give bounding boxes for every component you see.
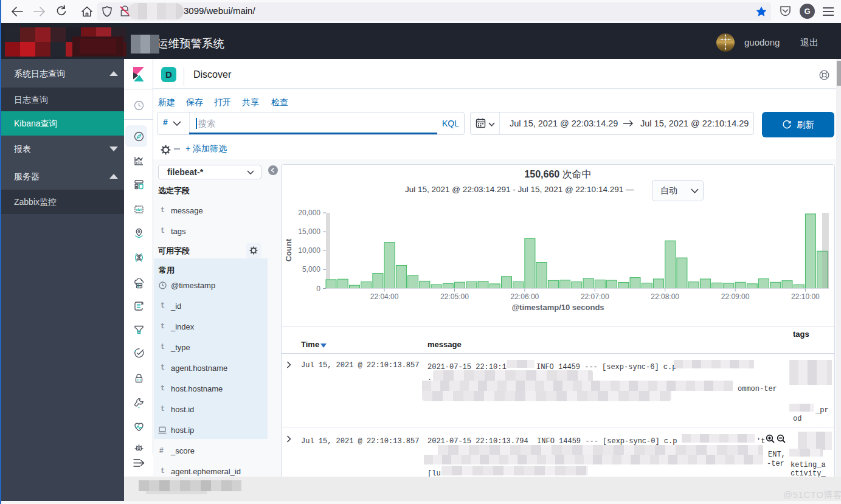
svg-text:22:05:00: 22:05:00 <box>440 292 469 301</box>
svg-text:10,000: 10,000 <box>298 246 320 255</box>
svg-text:22:08:00: 22:08:00 <box>651 292 679 301</box>
svg-text:5,000: 5,000 <box>302 265 320 274</box>
svg-text:22:09:00: 22:09:00 <box>721 292 750 301</box>
svg-text:15,000: 15,000 <box>298 227 320 236</box>
svg-text:22:10:00: 22:10:00 <box>791 292 820 301</box>
svg-text:20,000: 20,000 <box>298 209 320 217</box>
svg-text:0: 0 <box>316 285 320 293</box>
svg-text:22:06:00: 22:06:00 <box>511 292 539 301</box>
svg-text:22:04:00: 22:04:00 <box>370 292 399 301</box>
svg-text:22:07:00: 22:07:00 <box>581 292 609 301</box>
